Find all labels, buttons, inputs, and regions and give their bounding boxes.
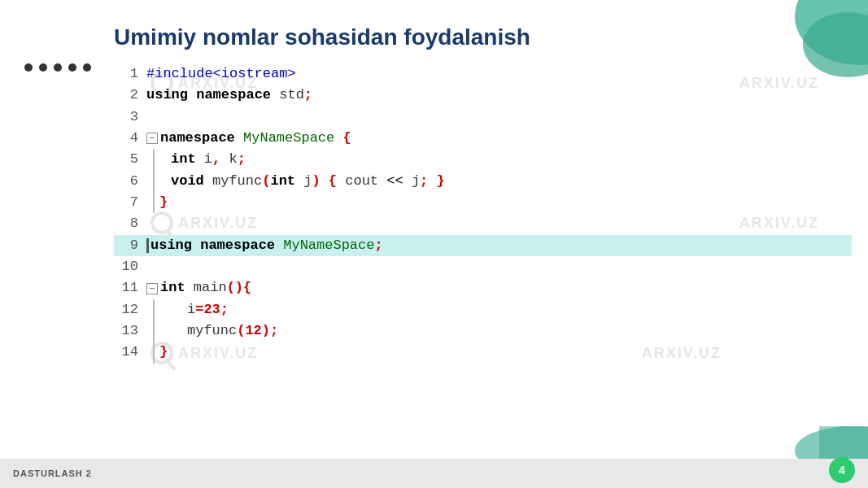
line-num-12: 12: [114, 299, 138, 320]
code-line-4: 4 − namespace MyNameSpace {: [114, 128, 852, 149]
code-container: 1 #include<iostream> 2 using namespace s…: [114, 63, 852, 449]
line-num-11: 11: [114, 277, 138, 298]
line-content-11: int main(){: [160, 277, 251, 298]
bottom-bar: DASTURLASH 2: [0, 459, 868, 488]
code-line-12: 12 i=23;: [114, 299, 852, 320]
code-line-1: 1 #include<iostream>: [114, 63, 852, 85]
line-content-8: [146, 213, 155, 234]
nav-dot-1[interactable]: [24, 63, 33, 72]
line-content-10: [146, 256, 155, 277]
page-badge: 4: [829, 457, 855, 483]
nav-dot-5[interactable]: [83, 63, 91, 72]
line-num-9: 9: [114, 235, 138, 256]
code-line-13: 13 myfunc(12);: [114, 320, 852, 342]
line-num-6: 6: [114, 171, 138, 192]
line-num-8: 8: [114, 213, 138, 234]
cursor-9: [146, 238, 149, 253]
svg-point-0: [795, 0, 868, 65]
collapse-marker-11[interactable]: −: [146, 283, 158, 294]
code-line-2: 2 using namespace std;: [114, 85, 852, 106]
slide-title: Umimiy nomlar sohasidan foydalanish: [114, 24, 530, 50]
line-num-5: 5: [114, 149, 138, 170]
line-content-6: void myfunc(int j) { cout << j; }: [153, 171, 445, 192]
line-num-10: 10: [114, 256, 138, 277]
line-content-3: [146, 107, 155, 128]
line-num-1: 1: [114, 63, 138, 85]
code-block: 1 #include<iostream> 2 using namespace s…: [114, 63, 852, 364]
code-line-7: 7 }: [114, 192, 852, 213]
nav-dots: [24, 63, 91, 72]
nav-dot-2[interactable]: [39, 63, 47, 72]
code-line-9: 9 using namespace MyNameSpace;: [114, 235, 852, 256]
line-content-9: using namespace MyNameSpace;: [150, 235, 383, 256]
code-line-3: 3: [114, 107, 852, 128]
nav-dot-3[interactable]: [54, 63, 62, 72]
collapse-marker-4[interactable]: −: [146, 133, 158, 144]
line-content-4: namespace MyNameSpace {: [160, 128, 351, 149]
code-line-6: 6 void myfunc(int j) { cout << j; }: [114, 171, 852, 192]
nav-dot-4[interactable]: [68, 63, 76, 72]
line-num-2: 2: [114, 85, 138, 106]
code-line-5: 5 int i, k;: [114, 149, 852, 170]
line-num-4: 4: [114, 128, 138, 149]
line-num-7: 7: [114, 192, 138, 213]
line-content-14: }: [153, 342, 168, 363]
line-content-13: myfunc(12);: [153, 320, 278, 342]
code-line-11: 11 − int main(){: [114, 277, 852, 298]
line-num-13: 13: [114, 320, 138, 342]
line-num-14: 14: [114, 342, 138, 363]
bottom-label: DASTURLASH 2: [13, 468, 92, 478]
line-num-3: 3: [114, 107, 138, 128]
line-content-5: int i, k;: [153, 149, 246, 170]
line-content-2: using namespace std;: [146, 85, 312, 106]
line-content-7: }: [153, 192, 168, 213]
line-content-1: #include<iostream>: [146, 63, 296, 85]
code-line-8: 8: [114, 213, 852, 234]
line-content-12: i=23;: [153, 299, 229, 320]
code-line-14: 14 }: [114, 342, 852, 363]
code-line-10: 10: [114, 256, 852, 277]
